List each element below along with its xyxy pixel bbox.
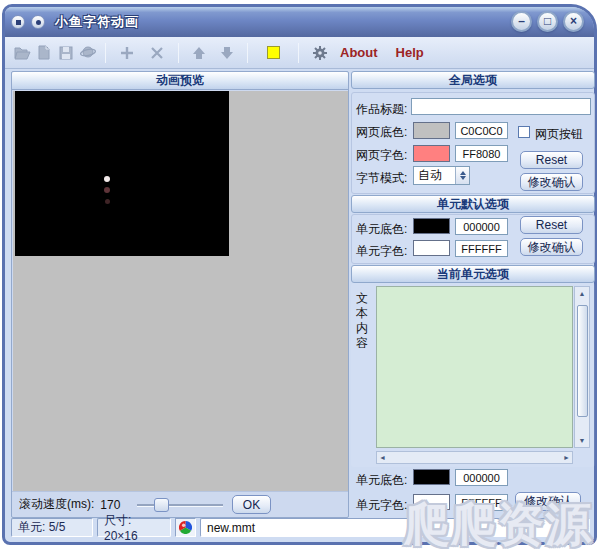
scroll-up-icon[interactable]: ▲ <box>577 287 588 300</box>
browser-export-icon[interactable] <box>77 43 99 63</box>
byte-mode-label: 字节模式: <box>356 170 407 187</box>
titlebar[interactable]: 小鱼字符动画 – □ × <box>5 7 594 37</box>
minimize-button[interactable]: – <box>511 11 532 32</box>
move-up-icon[interactable] <box>188 43 210 63</box>
toolbar-separator <box>178 43 179 63</box>
default-bg-label: 单元底色: <box>356 221 407 238</box>
speed-slider-thumb[interactable] <box>154 498 169 512</box>
options-panel: 全局选项 作品标题: 网页底色: 网页按钮 网页字色: Reset 字节模式: … <box>351 71 595 517</box>
preview-animation-area <box>15 91 229 256</box>
maximize-button[interactable]: □ <box>537 11 558 32</box>
toolbar-separator <box>105 43 106 63</box>
text-content-label: 文本内容 <box>355 291 369 351</box>
web-bg-swatch[interactable] <box>413 122 450 139</box>
global-options-header: 全局选项 <box>351 71 595 89</box>
delete-unit-icon[interactable] <box>146 43 168 63</box>
window-title: 小鱼字符动画 <box>55 13 139 31</box>
current-bg-swatch[interactable] <box>413 469 450 485</box>
global-reset-button[interactable]: Reset <box>520 151 583 169</box>
settings-gear-icon[interactable] <box>309 43 331 63</box>
web-fg-hex-input[interactable] <box>455 145 508 162</box>
toolbar-separator <box>298 43 299 63</box>
text-content-textarea[interactable] <box>376 286 573 448</box>
speed-slider[interactable] <box>137 504 223 507</box>
work-title-label: 作品标题: <box>356 101 407 118</box>
color-swatch-yellow-icon[interactable] <box>262 43 284 63</box>
speed-label: 滚动速度(ms): <box>19 496 94 513</box>
speed-control-row: 滚动速度(ms): 170 OK <box>12 491 348 517</box>
scroll-left-icon[interactable]: ◄ <box>377 451 388 464</box>
web-bg-hex-input[interactable] <box>455 122 508 139</box>
web-fg-label: 网页字色: <box>356 147 407 164</box>
global-confirm-button[interactable]: 修改确认 <box>520 173 583 191</box>
animation-preview-panel: 动画预览 滚动速度(ms): 170 OK <box>11 71 349 518</box>
current-bg-label: 单元底色: <box>356 472 407 489</box>
preview-dot <box>105 199 110 204</box>
save-icon[interactable] <box>55 43 77 63</box>
app-window: 小鱼字符动画 – □ × <box>2 4 597 545</box>
combo-spinner-icon[interactable] <box>455 167 469 184</box>
default-fg-swatch[interactable] <box>413 240 450 256</box>
unit-defaults-header: 单元默认选项 <box>351 195 595 213</box>
current-unit-header: 当前单元选项 <box>351 265 595 283</box>
vertical-scrollbar[interactable]: ▲ ▼ <box>574 286 590 448</box>
toolbar: About Help <box>5 37 594 69</box>
web-button-checkbox[interactable] <box>518 126 530 138</box>
byte-mode-combobox[interactable]: 自动 <box>413 166 470 185</box>
move-down-icon[interactable] <box>216 43 238 63</box>
byte-mode-value: 自动 <box>414 167 455 184</box>
vertical-scroll-thumb[interactable] <box>577 305 588 417</box>
app-menu-icon[interactable] <box>11 15 25 29</box>
web-bg-label: 网页底色: <box>356 124 407 141</box>
statusbar: 单元: 5/5 尺寸: 20×16 new.mmt <box>5 517 594 538</box>
app-menu2-icon[interactable] <box>31 15 45 29</box>
scroll-right-icon[interactable]: ► <box>561 451 572 464</box>
current-fg-hex-input[interactable] <box>455 494 508 511</box>
close-button[interactable]: × <box>563 11 584 32</box>
current-fg-label: 单元字色: <box>356 497 407 514</box>
default-reset-button[interactable]: Reset <box>520 216 583 234</box>
window-controls: – □ × <box>511 11 584 32</box>
current-confirm-button[interactable]: 修改确认 <box>515 492 581 511</box>
preview-dot <box>104 176 110 182</box>
web-button-label: 网页按钮 <box>535 126 583 143</box>
dot-glyph-icon <box>36 20 41 25</box>
color-ball-icon <box>175 518 196 537</box>
about-button[interactable]: About <box>340 45 378 60</box>
default-confirm-button[interactable]: 修改确认 <box>520 238 583 256</box>
default-bg-swatch[interactable] <box>413 218 450 234</box>
add-unit-icon[interactable] <box>116 43 138 63</box>
default-fg-label: 单元字色: <box>356 243 407 260</box>
speed-value: 170 <box>100 498 120 512</box>
default-bg-hex-input[interactable] <box>455 218 508 235</box>
preview-dot <box>104 187 110 193</box>
work-title-input[interactable] <box>411 98 591 115</box>
current-bg-hex-input[interactable] <box>455 469 508 486</box>
status-size: 尺寸: 20×16 <box>97 518 171 537</box>
open-file-icon[interactable] <box>11 43 33 63</box>
ok-button[interactable]: OK <box>232 495 271 514</box>
default-fg-hex-input[interactable] <box>455 240 508 257</box>
scroll-down-icon[interactable]: ▼ <box>577 434 588 447</box>
square-glyph-icon <box>16 20 21 25</box>
preview-header: 动画预览 <box>12 72 348 90</box>
current-fg-swatch[interactable] <box>413 494 450 510</box>
page: 小鱼字符动画 – □ × <box>0 0 600 549</box>
help-button[interactable]: Help <box>396 45 424 60</box>
preview-canvas[interactable] <box>13 91 348 491</box>
status-unit-count: 单元: 5/5 <box>11 518 93 537</box>
horizontal-scrollbar[interactable]: ◄ ► <box>376 451 573 464</box>
toolbar-separator <box>247 43 248 63</box>
web-fg-swatch[interactable] <box>413 145 450 162</box>
new-file-icon[interactable] <box>33 43 55 63</box>
status-filename: new.mmt <box>200 518 590 537</box>
